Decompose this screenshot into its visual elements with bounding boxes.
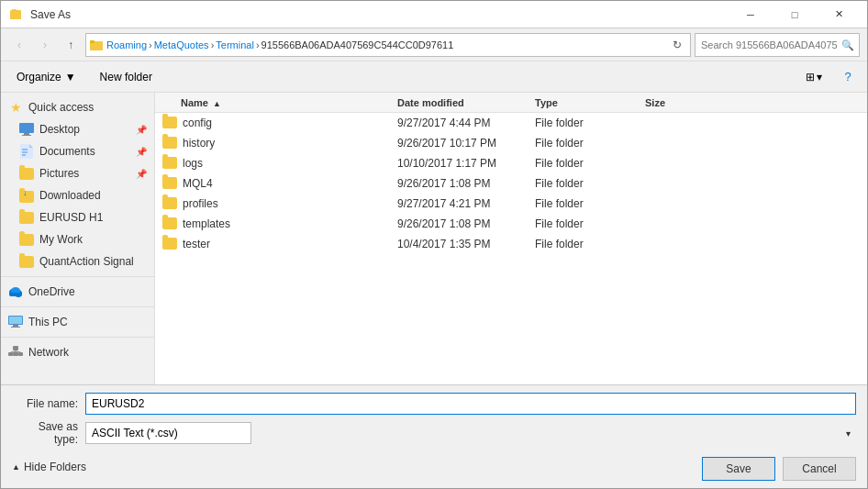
sidebar-label-network: Network <box>28 346 147 359</box>
eurusd-folder-icon <box>19 210 34 225</box>
close-button[interactable]: ✕ <box>818 1 860 28</box>
mywork-folder-icon <box>19 232 34 247</box>
svg-rect-26 <box>13 352 18 356</box>
svg-rect-2 <box>12 9 17 12</box>
sidebar-label-quick-access: Quick access <box>28 101 147 114</box>
svg-rect-23 <box>13 346 18 350</box>
save-button[interactable]: Save <box>702 457 775 481</box>
svg-rect-21 <box>13 325 18 327</box>
sidebar-label-thispc: This PC <box>28 316 147 328</box>
column-size[interactable]: Size <box>645 97 718 108</box>
forward-button[interactable]: › <box>34 34 56 56</box>
file-type: File folder <box>535 177 645 190</box>
downloaded-icon: ↓ <box>19 188 34 203</box>
sidebar-item-network[interactable]: Network <box>1 341 154 363</box>
back-button[interactable]: ‹ <box>8 34 30 56</box>
sidebar-item-mywork[interactable]: My Work <box>1 228 154 250</box>
svg-marker-10 <box>29 144 33 148</box>
sidebar-item-quantaction[interactable]: QuantAction Signal <box>1 250 154 272</box>
help-button[interactable]: ? <box>836 65 860 89</box>
organize-button[interactable]: Organize ▼ <box>8 65 84 89</box>
file-date: 10/10/2017 1:17 PM <box>397 157 535 170</box>
file-date: 10/4/2017 1:35 PM <box>397 238 535 250</box>
network-icon <box>8 345 23 360</box>
svg-rect-22 <box>11 327 20 328</box>
sidebar: ★ Quick access Desktop 📌 Documents 📌 <box>1 93 155 384</box>
documents-icon <box>19 144 34 159</box>
saveas-select-wrapper: ASCII Text (*.csv) CSV (Comma delimited)… <box>85 422 856 444</box>
file-name: logs <box>183 157 203 170</box>
svg-rect-9 <box>20 144 29 159</box>
svg-rect-8 <box>22 135 31 136</box>
svg-rect-7 <box>24 133 29 135</box>
organize-chevron-icon: ▼ <box>65 71 76 83</box>
file-name: config <box>183 117 212 129</box>
folder-icon <box>162 117 177 128</box>
desktop-icon <box>19 122 34 137</box>
folder-icon <box>162 177 177 189</box>
folder-icon <box>162 217 177 229</box>
sidebar-item-thispc[interactable]: This PC <box>1 311 154 333</box>
column-type[interactable]: Type <box>535 97 645 108</box>
saveas-select[interactable]: ASCII Text (*.csv) CSV (Comma delimited)… <box>85 422 251 444</box>
breadcrumb-current: 915566BA06ADA407569C544CC0D97611 <box>262 39 454 50</box>
breadcrumb-terminal[interactable]: Terminal <box>216 39 254 50</box>
address-bar[interactable]: Roaming › MetaQuotes › Terminal › 915566… <box>85 33 691 57</box>
sidebar-item-downloaded[interactable]: ↓ Downloaded <box>1 184 154 206</box>
sidebar-item-documents[interactable]: Documents 📌 <box>1 140 154 162</box>
view-button[interactable]: ⊞ ▾ <box>799 65 829 89</box>
sidebar-item-eurusd[interactable]: EURUSD H1 <box>1 206 154 228</box>
svg-rect-11 <box>29 148 33 159</box>
file-type: File folder <box>535 238 645 250</box>
dialog-title: Save As <box>30 8 71 21</box>
cancel-button[interactable]: Cancel <box>783 457 856 481</box>
sidebar-item-quick-access[interactable]: ★ Quick access <box>1 96 154 118</box>
file-type: File folder <box>535 197 645 210</box>
sort-arrow-icon: ▲ <box>213 99 221 108</box>
breadcrumb-metaquotes[interactable]: MetaQuotes <box>154 39 209 50</box>
table-row[interactable]: templates 9/26/2017 1:08 PM File folder <box>155 214 867 234</box>
folder-address-icon <box>90 39 103 51</box>
breadcrumb: Roaming › MetaQuotes › Terminal › 915566… <box>106 39 664 50</box>
navigation-toolbar: ‹ › ↑ Roaming › MetaQuotes › Terminal › … <box>1 28 867 61</box>
svg-rect-1 <box>10 12 21 19</box>
table-row[interactable]: tester 10/4/2017 1:35 PM File folder <box>155 234 867 254</box>
table-row[interactable]: config 9/27/2017 4:44 PM File folder <box>155 113 867 133</box>
select-arrow-icon: ▾ <box>846 428 851 439</box>
svg-rect-25 <box>18 352 23 356</box>
table-row[interactable]: MQL4 9/26/2017 1:08 PM File folder <box>155 173 867 194</box>
sidebar-label-documents: Documents <box>39 145 130 158</box>
sidebar-label-downloaded: Downloaded <box>39 189 147 202</box>
file-type: File folder <box>535 117 645 129</box>
sidebar-item-onedrive[interactable]: OneDrive <box>1 281 154 303</box>
file-name: profiles <box>183 197 218 210</box>
minimize-button[interactable]: ─ <box>729 1 772 28</box>
column-name[interactable]: Name ▲ <box>159 97 397 108</box>
table-row[interactable]: logs 10/10/2017 1:17 PM File folder <box>155 153 867 173</box>
file-name: MQL4 <box>183 177 213 190</box>
sidebar-label-mywork: My Work <box>39 233 147 246</box>
pin-icon-pictures: 📌 <box>136 169 147 179</box>
up-button[interactable]: ↑ <box>60 34 82 56</box>
main-content: ★ Quick access Desktop 📌 Documents 📌 <box>1 93 867 384</box>
filename-input[interactable] <box>85 393 856 415</box>
svg-rect-18 <box>9 293 22 296</box>
sidebar-item-pictures[interactable]: Pictures 📌 <box>1 162 154 184</box>
table-row[interactable]: profiles 9/27/2017 4:21 PM File folder <box>155 194 867 214</box>
breadcrumb-roaming[interactable]: Roaming <box>106 39 147 50</box>
svg-rect-6 <box>19 123 34 133</box>
pictures-icon <box>19 166 34 181</box>
hide-folders-button[interactable]: ▲ Hide Folders <box>12 461 86 473</box>
refresh-button[interactable]: ↻ <box>668 36 686 54</box>
sidebar-item-desktop[interactable]: Desktop 📌 <box>1 118 154 140</box>
view-chevron-icon: ▾ <box>817 71 822 83</box>
quantaction-folder-icon <box>19 254 34 269</box>
organize-toolbar: Organize ▼ New folder ⊞ ▾ ? <box>1 61 867 93</box>
table-row[interactable]: history 9/26/2017 10:17 PM File folder <box>155 133 867 153</box>
pin-icon-documents: 📌 <box>136 147 147 157</box>
new-folder-button[interactable]: New folder <box>92 65 161 89</box>
column-date[interactable]: Date modified <box>397 97 535 108</box>
search-input[interactable] <box>695 33 860 57</box>
svg-line-29 <box>16 351 21 352</box>
maximize-button[interactable]: □ <box>773 1 816 28</box>
